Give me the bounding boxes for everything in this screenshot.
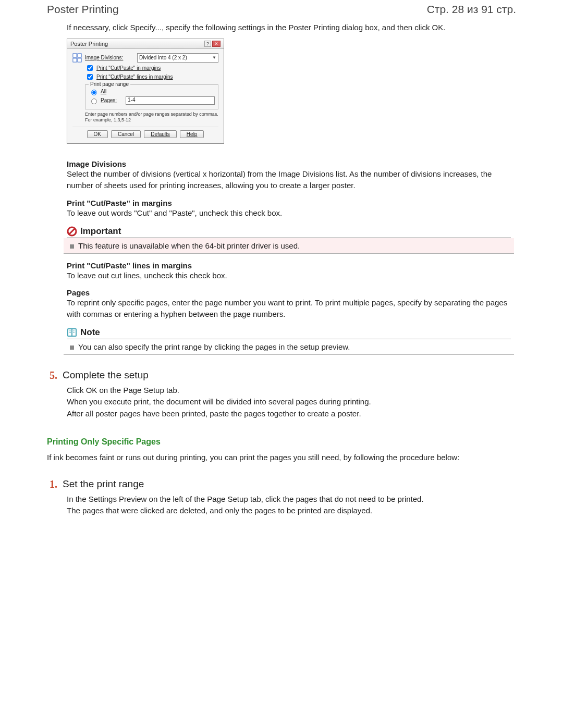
bullet-icon (70, 244, 74, 249)
divisions-select[interactable]: Divided into 4 (2 x 2) ▼ (137, 53, 218, 63)
note-text: You can also specify the print range by … (78, 342, 350, 351)
dialog-title: Poster Printing (70, 41, 108, 47)
poster-printing-dialog: Poster Printing ? ✕ Image Divisions: Div… (67, 39, 224, 144)
radio-pages[interactable]: Pages: 1-4 (89, 96, 215, 105)
pages-hint: Enter page numbers and/or page ranges se… (85, 112, 218, 123)
close-icon[interactable]: ✕ (212, 41, 221, 47)
step-5-line-1: Click OK on the Page Setup tab. (67, 385, 516, 397)
help-icon[interactable]: ? (204, 41, 211, 47)
intro-text: If necessary, click Specify..., specify … (67, 22, 511, 33)
step-number-5: 5. (47, 369, 57, 381)
important-text: This feature is unavailable when the 64-… (78, 241, 300, 250)
page-counter: Стр. 28 из 91 стр. (427, 3, 516, 16)
step-5-line-3: After all poster pages have been printed… (67, 408, 516, 420)
step-1-line-1: In the Settings Preview on the left of t… (67, 493, 516, 505)
note-callout: Note You can also specify the print rang… (64, 326, 514, 355)
section-printing-specific-pages: Printing Only Specific Pages (47, 437, 516, 447)
step-1-title: Set the print range (63, 478, 144, 490)
print-cutpaste-checkbox[interactable]: Print "Cut/Paste" in margins (85, 64, 218, 72)
opt-pages-title: Pages (67, 288, 511, 297)
note-icon (67, 327, 77, 338)
step-number-1: 1. (47, 478, 57, 490)
svg-rect-2 (73, 58, 77, 62)
opt-cutpaste-margins-title: Print "Cut/Paste" in margins (67, 199, 511, 207)
radio-all[interactable]: All (89, 88, 215, 95)
divisions-value: Divided into 4 (2 x 2) (139, 55, 187, 60)
section-intro: If ink becomes faint or runs out during … (47, 452, 516, 464)
opt-image-divisions-body: Select the number of divisions (vertical… (67, 168, 511, 191)
prohibit-icon (67, 226, 77, 237)
poster-icon (72, 53, 82, 63)
chevron-down-icon: ▼ (212, 55, 216, 60)
print-cutpaste-label: Print "Cut/Paste" in margins (96, 65, 161, 71)
note-title: Note (80, 327, 100, 338)
page-title: Poster Printing (47, 3, 119, 16)
help-button[interactable]: Help (180, 130, 204, 138)
bullet-icon (70, 346, 74, 350)
svg-line-5 (69, 228, 75, 235)
opt-cutpaste-lines-title: Print "Cut/Paste" lines in margins (67, 261, 511, 270)
opt-cutpaste-lines-body: To leave out cut lines, uncheck this che… (67, 270, 511, 281)
print-cutpaste-lines-label: Print "Cut/Paste" lines in margins (96, 74, 173, 80)
defaults-button[interactable]: Defaults (144, 130, 177, 138)
radio-pages-label: Pages: (101, 97, 124, 103)
step-5-title: Complete the setup (63, 369, 149, 381)
svg-rect-0 (73, 54, 77, 57)
pages-input[interactable]: 1-4 (126, 96, 215, 105)
opt-image-divisions-title: Image Divisions (67, 159, 511, 168)
opt-pages-body: To reprint only specific pages, enter th… (67, 297, 511, 320)
step-5-line-2: When you execute print, the document wil… (67, 396, 516, 408)
opt-cutpaste-margins-body: To leave out words "Cut" and "Paste", un… (67, 207, 511, 219)
print-cutpaste-lines-checkbox[interactable]: Print "Cut/Paste" lines in margins (85, 72, 218, 81)
ok-button[interactable]: OK (87, 130, 108, 138)
cancel-button[interactable]: Cancel (111, 130, 141, 138)
svg-rect-1 (78, 54, 81, 57)
print-page-range-group: Print page range (89, 81, 130, 87)
important-callout: Important This feature is unavailable wh… (64, 225, 514, 254)
important-title: Important (80, 226, 121, 237)
svg-rect-3 (78, 58, 81, 62)
radio-all-label: All (101, 89, 106, 94)
divisions-label: Image Divisions: (85, 55, 137, 60)
step-1-line-2: The pages that were clicked are deleted,… (67, 505, 516, 517)
